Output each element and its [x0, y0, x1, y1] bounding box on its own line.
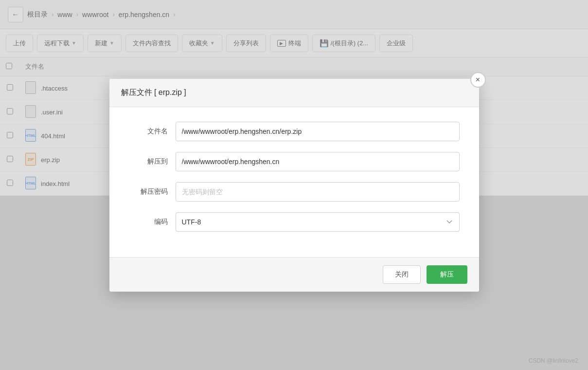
filename-label: 文件名	[129, 127, 168, 136]
encoding-select[interactable]: UTF-8GBKGB2312ISO-8859-1	[176, 212, 460, 232]
close-dialog-button[interactable]: 关闭	[383, 265, 421, 284]
filename-row: 文件名	[129, 122, 460, 141]
password-input[interactable]	[176, 182, 460, 202]
extract-dialog: × 解压文件 [ erp.zip ] 文件名 解压到 解压密码 编码 UTF-8…	[109, 79, 479, 292]
dialog-body: 文件名 解压到 解压密码 编码 UTF-8GBKGB2312ISO-8859-1	[109, 107, 479, 257]
dialog-footer: 关闭 解压	[109, 257, 479, 292]
extract-to-row: 解压到	[129, 152, 460, 171]
password-label: 解压密码	[129, 187, 168, 196]
filename-input[interactable]	[176, 122, 460, 141]
dialog-overlay: × 解压文件 [ erp.zip ] 文件名 解压到 解压密码 编码 UTF-8…	[0, 0, 588, 370]
dialog-title: 解压文件 [ erp.zip ]	[121, 88, 186, 96]
encoding-row: 编码 UTF-8GBKGB2312ISO-8859-1	[129, 212, 460, 232]
dialog-header: 解压文件 [ erp.zip ]	[109, 79, 479, 107]
password-row: 解压密码	[129, 182, 460, 202]
extract-to-label: 解压到	[129, 157, 168, 166]
extract-button[interactable]: 解压	[427, 265, 467, 284]
extract-to-input[interactable]	[176, 152, 460, 171]
dialog-close-button[interactable]: ×	[470, 72, 486, 88]
encoding-label: 编码	[129, 218, 168, 226]
